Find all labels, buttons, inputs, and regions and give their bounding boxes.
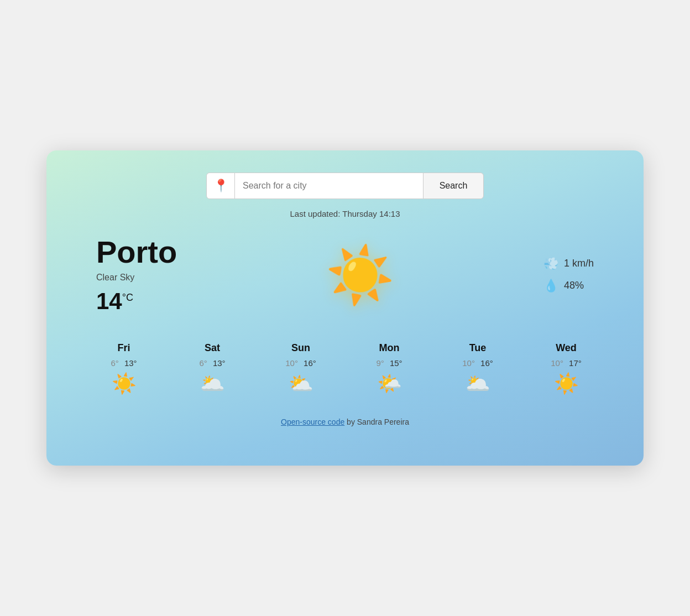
day-low: 9° [376,358,384,368]
day-icon: 🌥️ [466,372,490,395]
day-high: 16° [304,358,316,368]
forecast-day: Sun 10° 16° ⛅ [268,342,334,395]
day-temps: 10° 17° [551,358,582,368]
search-button[interactable]: Search [423,173,484,199]
location-button[interactable]: 📍 [206,173,235,199]
forecast-row: Fri 6° 13° ☀️ Sat 6° 13° 🌥️ Sun 10° 16° … [80,342,610,395]
humidity-icon: 💧 [543,279,558,293]
forecast-day: Tue 10° 16° 🌥️ [445,342,511,395]
day-temps: 10° 16° [462,358,493,368]
pin-icon: 📍 [213,179,228,193]
humidity-value: 48% [564,280,584,291]
day-icon: 🌥️ [200,372,225,395]
weather-icon: ☀️ [326,247,395,302]
weather-card: 📍 Search Last updated: Thursday 14:13 Po… [46,150,644,466]
weather-stats: 💨 1 km/h 💧 48% [543,257,594,293]
day-low: 6° [111,358,118,368]
day-name: Wed [556,342,577,354]
day-high: 17° [569,358,582,368]
day-high: 15° [390,358,402,368]
city-info: Porto Clear Sky 14°C [96,235,177,315]
day-name: Sat [205,342,220,354]
day-icon: ☀️ [554,372,579,395]
humidity-stat: 💧 48% [543,279,584,293]
day-temps: 9° 15° [376,358,402,368]
day-low: 10° [462,358,475,368]
forecast-day: Mon 9° 15° 🌤️ [356,342,422,395]
wind-stat: 💨 1 km/h [543,257,594,271]
main-weather: Porto Clear Sky 14°C ☀️ 💨 1 km/h 💧 48% [80,235,610,315]
day-icon: ⛅ [289,372,313,395]
day-temps: 6° 13° [199,358,225,368]
day-name: Tue [469,342,487,354]
day-temps: 6° 13° [111,358,137,368]
wind-value: 1 km/h [564,258,594,269]
day-low: 10° [551,358,563,368]
day-low: 6° [199,358,207,368]
wind-icon: 💨 [543,257,558,271]
day-high: 13° [124,358,137,368]
search-input[interactable] [235,173,423,199]
last-updated: Last updated: Thursday 14:13 [290,209,400,218]
forecast-day: Sat 6° 13° 🌥️ [179,342,245,395]
temperature: 14°C [96,288,133,315]
day-name: Fri [117,342,130,354]
day-icon: 🌤️ [377,372,402,395]
source-link[interactable]: Open-source code [281,417,344,426]
search-row: 📍 Search [206,173,484,199]
day-high: 16° [480,358,493,368]
footer: Open-source code by Sandra Pereira [281,417,409,426]
day-high: 13° [213,358,226,368]
forecast-day: Wed 10° 17° ☀️ [533,342,599,395]
city-name: Porto [96,235,177,269]
day-low: 10° [285,358,298,368]
condition: Clear Sky [96,273,134,283]
day-icon: ☀️ [112,372,137,395]
day-temps: 10° 16° [285,358,316,368]
day-name: Sun [291,342,310,354]
footer-by: by Sandra Pereira [344,417,409,426]
forecast-day: Fri 6° 13° ☀️ [91,342,157,395]
day-name: Mon [379,342,400,354]
